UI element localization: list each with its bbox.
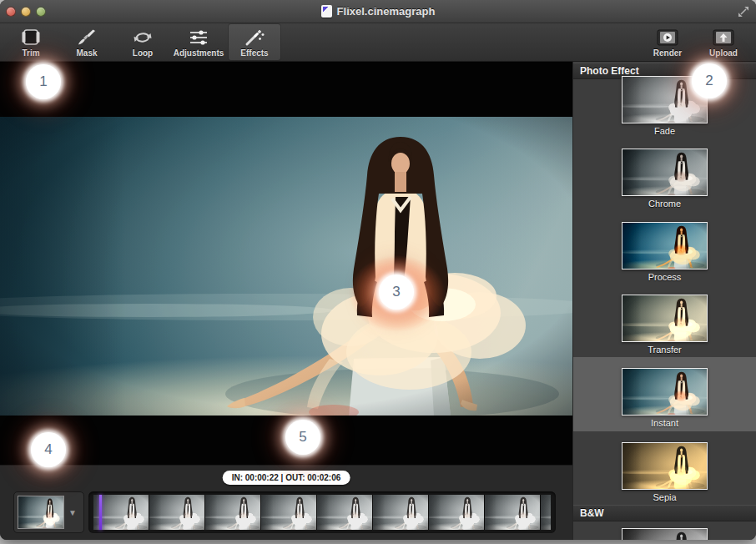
effects-icon <box>244 26 265 48</box>
effect-item-fade[interactable]: Fade <box>573 65 756 138</box>
letterbox-top <box>0 62 572 117</box>
chrome-label: Chrome <box>648 199 681 209</box>
close-button[interactable] <box>6 7 16 17</box>
filmstrip-frame <box>485 495 540 530</box>
filmstrip-frame <box>373 495 428 530</box>
effects-sidebar: Photo Effect Fade Chrome <box>572 62 756 540</box>
playhead[interactable] <box>99 495 102 530</box>
photo-preview[interactable] <box>0 117 572 416</box>
loop-button[interactable]: Loop <box>116 23 169 61</box>
filmstrip-frame <box>149 495 204 530</box>
filmstrip-frame <box>317 495 372 530</box>
clip-preview-thumbnail <box>18 496 64 529</box>
instant-thumbnail <box>622 368 708 416</box>
transfer-label: Transfer <box>648 345 682 355</box>
adjustments-icon <box>188 26 209 48</box>
effect-item-process[interactable]: Process <box>573 211 756 284</box>
filmstrip <box>93 495 551 530</box>
process-thumbnail <box>622 222 708 269</box>
chevron-down-icon[interactable]: ▼ <box>64 508 81 517</box>
chrome-thumbnail <box>622 149 708 196</box>
sepia-label: Sepia <box>653 492 676 502</box>
in-out-badge: IN: 00:00:22 | OUT: 00:02:06 <box>223 471 350 485</box>
window-title: Flixel.cinemagraph <box>337 5 436 18</box>
fullscreen-icon[interactable] <box>738 6 749 18</box>
effects-button[interactable]: Effects <box>228 23 281 61</box>
filmstrip-frame <box>541 495 551 530</box>
clip-preview-control[interactable]: ▼ <box>13 491 84 533</box>
mask-label: Mask <box>76 48 97 58</box>
minimize-button[interactable] <box>21 7 31 17</box>
render-label: Render <box>653 48 682 58</box>
effect-item-instant[interactable]: Instant <box>573 357 756 431</box>
fade-label: Fade <box>654 126 675 136</box>
callout-1: 1 <box>26 64 61 99</box>
document-icon <box>321 5 332 18</box>
filmstrip-frame <box>261 495 316 530</box>
canvas-area: IN: 00:00:22 | OUT: 00:02:06 ▼ <box>0 62 572 540</box>
filmstrip-frame <box>205 495 260 530</box>
filmstrip-frame <box>429 495 484 530</box>
timeline-strip[interactable] <box>88 491 556 533</box>
bw-thumbnail <box>622 528 708 540</box>
callout-4: 4 <box>31 432 66 467</box>
callout-2: 2 <box>692 63 727 98</box>
screenshot: Flixel.cinemagraph <box>0 0 756 544</box>
upload-label: Upload <box>709 48 738 58</box>
render-button[interactable]: Render <box>643 23 692 61</box>
upload-button[interactable]: Upload <box>699 23 748 61</box>
callout-5: 5 <box>285 420 320 455</box>
effect-item-bw[interactable] <box>573 517 756 540</box>
title-bar: Flixel.cinemagraph <box>0 0 756 23</box>
loop-label: Loop <box>133 48 153 58</box>
callout-3: 3 <box>379 275 414 310</box>
sepia-thumbnail <box>622 442 708 490</box>
mask-icon <box>76 26 98 48</box>
effect-item-transfer[interactable]: Transfer <box>573 284 756 356</box>
effect-item-sepia[interactable]: Sepia <box>573 431 756 504</box>
upload-icon <box>713 26 734 48</box>
timeline-panel: IN: 00:00:22 | OUT: 00:02:06 ▼ <box>0 465 572 540</box>
adjustments-button[interactable]: Adjustments <box>172 23 225 61</box>
trim-label: Trim <box>22 48 39 58</box>
trim-button[interactable]: Trim <box>4 23 58 61</box>
effects-label: Effects <box>240 48 268 58</box>
effect-item-chrome[interactable]: Chrome <box>573 138 756 210</box>
loop-icon <box>131 26 154 48</box>
process-label: Process <box>648 272 682 282</box>
trim-icon <box>20 26 42 48</box>
instant-label: Instant <box>651 418 678 428</box>
render-icon <box>657 26 678 48</box>
toolbar: Trim Mask <box>0 23 756 62</box>
adjustments-label: Adjustments <box>174 48 224 58</box>
window-controls <box>6 7 46 17</box>
zoom-button[interactable] <box>36 7 46 17</box>
app-window: Flixel.cinemagraph <box>0 0 756 540</box>
transfer-thumbnail <box>622 295 708 342</box>
mask-button[interactable]: Mask <box>60 23 113 61</box>
